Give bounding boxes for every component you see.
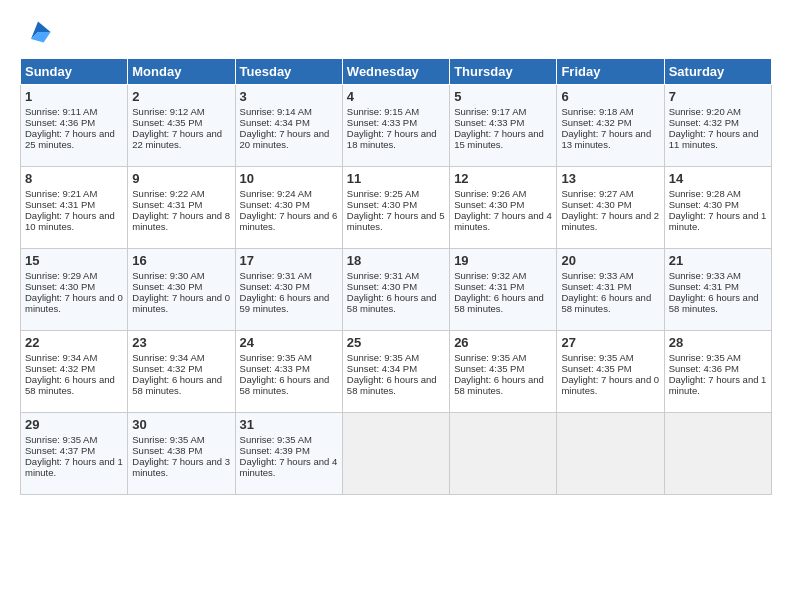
calendar-cell: 3 Sunrise: 9:14 AM Sunset: 4:34 PM Dayli… [235, 85, 342, 167]
sunset-label: Sunset: 4:31 PM [132, 199, 202, 210]
sunset-label: Sunset: 4:33 PM [240, 363, 310, 374]
sunset-label: Sunset: 4:30 PM [561, 199, 631, 210]
daylight-label: Daylight: 7 hours and 1 minute. [669, 210, 767, 232]
sunset-label: Sunset: 4:38 PM [132, 445, 202, 456]
sunrise-label: Sunrise: 9:35 AM [561, 352, 633, 363]
calendar-cell: 13 Sunrise: 9:27 AM Sunset: 4:30 PM Dayl… [557, 167, 664, 249]
daylight-label: Daylight: 6 hours and 58 minutes. [561, 292, 651, 314]
calendar-cell: 17 Sunrise: 9:31 AM Sunset: 4:30 PM Dayl… [235, 249, 342, 331]
calendar-cell: 9 Sunrise: 9:22 AM Sunset: 4:31 PM Dayli… [128, 167, 235, 249]
daylight-label: Daylight: 7 hours and 0 minutes. [561, 374, 659, 396]
sunset-label: Sunset: 4:30 PM [347, 199, 417, 210]
daylight-label: Daylight: 7 hours and 18 minutes. [347, 128, 437, 150]
calendar: Sunday Monday Tuesday Wednesday Thursday… [20, 58, 772, 495]
sunset-label: Sunset: 4:31 PM [25, 199, 95, 210]
calendar-cell: 15 Sunrise: 9:29 AM Sunset: 4:30 PM Dayl… [21, 249, 128, 331]
day-number: 2 [132, 89, 230, 104]
sunset-label: Sunset: 4:36 PM [669, 363, 739, 374]
calendar-cell: 22 Sunrise: 9:34 AM Sunset: 4:32 PM Dayl… [21, 331, 128, 413]
daylight-label: Daylight: 7 hours and 4 minutes. [240, 456, 338, 478]
calendar-cell [342, 413, 449, 495]
sunrise-label: Sunrise: 9:34 AM [132, 352, 204, 363]
sunset-label: Sunset: 4:34 PM [240, 117, 310, 128]
day-number: 12 [454, 171, 552, 186]
sunset-label: Sunset: 4:36 PM [25, 117, 95, 128]
col-monday: Monday [128, 59, 235, 85]
day-number: 6 [561, 89, 659, 104]
sunrise-label: Sunrise: 9:35 AM [240, 352, 312, 363]
day-number: 8 [25, 171, 123, 186]
day-number: 11 [347, 171, 445, 186]
day-number: 15 [25, 253, 123, 268]
col-saturday: Saturday [664, 59, 771, 85]
calendar-cell [664, 413, 771, 495]
calendar-cell: 31 Sunrise: 9:35 AM Sunset: 4:39 PM Dayl… [235, 413, 342, 495]
sunset-label: Sunset: 4:30 PM [132, 281, 202, 292]
sunset-label: Sunset: 4:32 PM [25, 363, 95, 374]
day-number: 1 [25, 89, 123, 104]
day-number: 24 [240, 335, 338, 350]
calendar-week-2: 15 Sunrise: 9:29 AM Sunset: 4:30 PM Dayl… [21, 249, 772, 331]
calendar-week-1: 8 Sunrise: 9:21 AM Sunset: 4:31 PM Dayli… [21, 167, 772, 249]
sunset-label: Sunset: 4:30 PM [240, 281, 310, 292]
calendar-cell: 30 Sunrise: 9:35 AM Sunset: 4:38 PM Dayl… [128, 413, 235, 495]
header [20, 18, 772, 46]
sunset-label: Sunset: 4:30 PM [669, 199, 739, 210]
daylight-label: Daylight: 6 hours and 58 minutes. [454, 374, 544, 396]
daylight-label: Daylight: 7 hours and 6 minutes. [240, 210, 338, 232]
calendar-week-3: 22 Sunrise: 9:34 AM Sunset: 4:32 PM Dayl… [21, 331, 772, 413]
day-number: 13 [561, 171, 659, 186]
sunrise-label: Sunrise: 9:35 AM [669, 352, 741, 363]
calendar-cell: 5 Sunrise: 9:17 AM Sunset: 4:33 PM Dayli… [450, 85, 557, 167]
calendar-cell: 24 Sunrise: 9:35 AM Sunset: 4:33 PM Dayl… [235, 331, 342, 413]
calendar-cell: 1 Sunrise: 9:11 AM Sunset: 4:36 PM Dayli… [21, 85, 128, 167]
sunset-label: Sunset: 4:30 PM [454, 199, 524, 210]
daylight-label: Daylight: 7 hours and 2 minutes. [561, 210, 659, 232]
sunrise-label: Sunrise: 9:35 AM [454, 352, 526, 363]
calendar-header: Sunday Monday Tuesday Wednesday Thursday… [21, 59, 772, 85]
sunrise-label: Sunrise: 9:12 AM [132, 106, 204, 117]
daylight-label: Daylight: 7 hours and 25 minutes. [25, 128, 115, 150]
daylight-label: Daylight: 6 hours and 58 minutes. [132, 374, 222, 396]
daylight-label: Daylight: 7 hours and 4 minutes. [454, 210, 552, 232]
calendar-cell: 27 Sunrise: 9:35 AM Sunset: 4:35 PM Dayl… [557, 331, 664, 413]
sunrise-label: Sunrise: 9:29 AM [25, 270, 97, 281]
calendar-cell: 21 Sunrise: 9:33 AM Sunset: 4:31 PM Dayl… [664, 249, 771, 331]
calendar-body: 1 Sunrise: 9:11 AM Sunset: 4:36 PM Dayli… [21, 85, 772, 495]
calendar-cell: 18 Sunrise: 9:31 AM Sunset: 4:30 PM Dayl… [342, 249, 449, 331]
day-number: 22 [25, 335, 123, 350]
calendar-week-0: 1 Sunrise: 9:11 AM Sunset: 4:36 PM Dayli… [21, 85, 772, 167]
sunrise-label: Sunrise: 9:35 AM [132, 434, 204, 445]
sunrise-label: Sunrise: 9:11 AM [25, 106, 97, 117]
calendar-cell: 16 Sunrise: 9:30 AM Sunset: 4:30 PM Dayl… [128, 249, 235, 331]
day-number: 30 [132, 417, 230, 432]
sunrise-label: Sunrise: 9:20 AM [669, 106, 741, 117]
sunset-label: Sunset: 4:32 PM [132, 363, 202, 374]
day-number: 7 [669, 89, 767, 104]
day-number: 28 [669, 335, 767, 350]
sunset-label: Sunset: 4:34 PM [347, 363, 417, 374]
day-number: 27 [561, 335, 659, 350]
sunrise-label: Sunrise: 9:31 AM [240, 270, 312, 281]
sunset-label: Sunset: 4:30 PM [347, 281, 417, 292]
daylight-label: Daylight: 6 hours and 58 minutes. [669, 292, 759, 314]
day-number: 17 [240, 253, 338, 268]
daylight-label: Daylight: 7 hours and 0 minutes. [25, 292, 123, 314]
day-number: 5 [454, 89, 552, 104]
sunset-label: Sunset: 4:30 PM [25, 281, 95, 292]
day-number: 20 [561, 253, 659, 268]
calendar-cell: 26 Sunrise: 9:35 AM Sunset: 4:35 PM Dayl… [450, 331, 557, 413]
calendar-cell: 20 Sunrise: 9:33 AM Sunset: 4:31 PM Dayl… [557, 249, 664, 331]
day-number: 3 [240, 89, 338, 104]
daylight-label: Daylight: 7 hours and 1 minute. [25, 456, 123, 478]
sunrise-label: Sunrise: 9:32 AM [454, 270, 526, 281]
sunrise-label: Sunrise: 9:35 AM [347, 352, 419, 363]
sunset-label: Sunset: 4:37 PM [25, 445, 95, 456]
daylight-label: Daylight: 7 hours and 0 minutes. [132, 292, 230, 314]
calendar-cell: 2 Sunrise: 9:12 AM Sunset: 4:35 PM Dayli… [128, 85, 235, 167]
sunset-label: Sunset: 4:35 PM [561, 363, 631, 374]
sunrise-label: Sunrise: 9:21 AM [25, 188, 97, 199]
daylight-label: Daylight: 7 hours and 11 minutes. [669, 128, 759, 150]
col-tuesday: Tuesday [235, 59, 342, 85]
sunrise-label: Sunrise: 9:28 AM [669, 188, 741, 199]
